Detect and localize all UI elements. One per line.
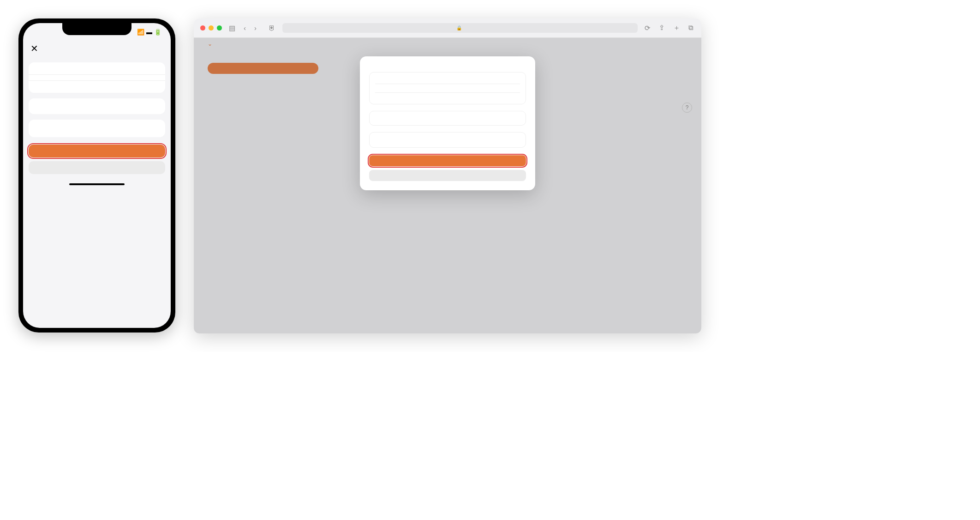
signal-icon: 📶 (137, 29, 144, 36)
phone-header: ✕ (23, 37, 171, 60)
home-indicator (69, 183, 125, 185)
modal-confirm-button[interactable] (369, 155, 526, 166)
withdraw-details-card (29, 62, 165, 93)
address-bar[interactable]: 🔒 (282, 23, 638, 33)
lock-icon: 🔒 (456, 25, 462, 30)
phone-frame: 📶 ▬ 🔋 ✕ (18, 18, 175, 333)
traffic-lights (200, 25, 222, 30)
close-icon[interactable]: ✕ (30, 43, 38, 54)
modal-cancel-button[interactable] (369, 170, 526, 181)
newtab-icon[interactable]: ＋ (672, 24, 681, 32)
traffic-max-icon[interactable] (217, 25, 222, 30)
shield-icon[interactable]: ⛨ (267, 24, 277, 32)
traffic-close-icon[interactable] (200, 25, 205, 30)
refresh-icon[interactable]: ⟳ (643, 24, 652, 32)
status-icons: 📶 ▬ 🔋 (137, 29, 161, 36)
info-card (29, 120, 165, 137)
share-icon[interactable]: ⇪ (657, 24, 666, 32)
phone-screen: 📶 ▬ 🔋 ✕ (23, 23, 171, 328)
battery-icon: 🔋 (154, 29, 161, 36)
confirm-button[interactable] (29, 145, 165, 157)
modal-warning (369, 111, 526, 126)
cancel-button[interactable] (29, 161, 165, 174)
sidebar-toggle-icon[interactable]: ▤ (227, 24, 237, 32)
browser-content: ⌄ (194, 38, 701, 333)
nav-forward-icon[interactable]: › (253, 24, 258, 32)
wifi-icon: ▬ (146, 29, 152, 36)
tabs-icon[interactable]: ⧉ (687, 24, 695, 32)
phone-notch (62, 23, 131, 35)
warning-card (29, 98, 165, 114)
traffic-min-icon[interactable] (209, 25, 214, 30)
modal-fields (369, 72, 526, 104)
modal-overlay[interactable] (194, 38, 701, 333)
browser-toolbar: ▤ ‹ › ⛨ 🔒 ⟳ ⇪ ＋ ⧉ (194, 18, 701, 38)
modal-info (369, 132, 526, 148)
withdraw-modal (360, 56, 535, 190)
browser-window: ▤ ‹ › ⛨ 🔒 ⟳ ⇪ ＋ ⧉ ⌄ (194, 18, 701, 333)
nav-back-icon[interactable]: ‹ (242, 24, 247, 32)
